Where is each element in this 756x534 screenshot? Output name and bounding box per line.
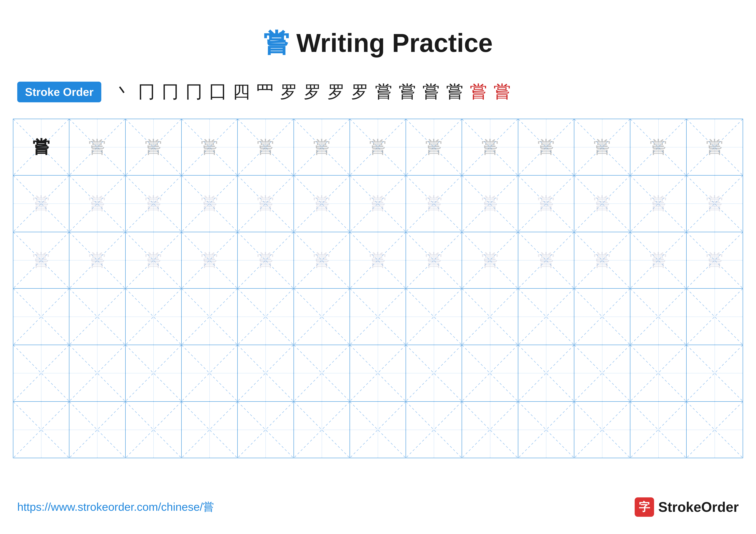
grid-cell-r6c9[interactable] bbox=[462, 402, 518, 458]
grid-cell-r5c2[interactable] bbox=[69, 345, 125, 401]
grid-cell-r2c11[interactable]: 嘗 bbox=[574, 176, 630, 232]
grid-cell-r5c13[interactable] bbox=[687, 345, 742, 401]
grid-cell-r6c3[interactable] bbox=[126, 402, 182, 458]
grid-cell-r6c11[interactable] bbox=[574, 402, 630, 458]
char-faded-light: 嘗 bbox=[425, 195, 443, 212]
grid-cell-r5c9[interactable] bbox=[462, 345, 518, 401]
grid-cell-r5c12[interactable] bbox=[630, 345, 687, 401]
svg-line-79 bbox=[14, 289, 69, 345]
grid-cell-r4c1[interactable] bbox=[14, 289, 69, 345]
grid-cell-r2c2[interactable]: 嘗 bbox=[69, 176, 125, 232]
svg-line-147 bbox=[462, 402, 518, 458]
grid-cell-r3c2[interactable]: 嘗 bbox=[69, 232, 125, 288]
grid-cell-r5c6[interactable] bbox=[294, 345, 350, 401]
char-faded: 嘗 bbox=[257, 139, 274, 156]
grid-cell-r2c4[interactable]: 嘗 bbox=[182, 176, 238, 232]
grid-cell-r5c10[interactable] bbox=[518, 345, 574, 401]
grid-cell-r4c3[interactable] bbox=[126, 289, 182, 345]
grid-cell-r1c8[interactable]: 嘗 bbox=[406, 119, 462, 175]
grid-cell-r2c10[interactable]: 嘗 bbox=[518, 176, 574, 232]
logo-text: StrokeOrder bbox=[659, 499, 739, 515]
grid-cell-r3c11[interactable]: 嘗 bbox=[574, 232, 630, 288]
grid-cell-r6c12[interactable] bbox=[630, 402, 687, 458]
grid-cell-r1c5[interactable]: 嘗 bbox=[238, 119, 294, 175]
grid-cell-r3c1[interactable]: 嘗 bbox=[14, 232, 69, 288]
grid-cell-r3c9[interactable]: 嘗 bbox=[462, 232, 518, 288]
grid-cell-r6c5[interactable] bbox=[238, 402, 294, 458]
grid-cell-r1c13[interactable]: 嘗 bbox=[687, 119, 742, 175]
grid-cell-r3c4[interactable]: 嘗 bbox=[182, 232, 238, 288]
grid-cell-r1c4[interactable]: 嘗 bbox=[182, 119, 238, 175]
grid-cell-r6c2[interactable] bbox=[69, 402, 125, 458]
char-faded: 嘗 bbox=[594, 139, 611, 156]
grid-cell-r6c10[interactable] bbox=[518, 402, 574, 458]
grid-cell-r6c1[interactable] bbox=[14, 402, 69, 458]
grid-cell-r4c8[interactable] bbox=[406, 289, 462, 345]
svg-line-100 bbox=[630, 289, 686, 345]
grid-cell-r3c10[interactable]: 嘗 bbox=[518, 232, 574, 288]
grid-cell-r3c8[interactable]: 嘗 bbox=[406, 232, 462, 288]
grid-cell-r5c1[interactable] bbox=[14, 345, 69, 401]
svg-line-127 bbox=[630, 345, 686, 401]
grid-cell-r5c3[interactable] bbox=[126, 345, 182, 401]
grid-cell-r2c13[interactable]: 嘗 bbox=[687, 176, 742, 232]
grid-cell-r2c5[interactable]: 嘗 bbox=[238, 176, 294, 232]
grid-cell-r4c4[interactable] bbox=[182, 289, 238, 345]
grid-cell-r4c13[interactable] bbox=[687, 289, 742, 345]
grid-cell-r4c7[interactable] bbox=[350, 289, 406, 345]
grid-cell-r1c7[interactable]: 嘗 bbox=[350, 119, 406, 175]
stroke-step-8: 罗 bbox=[280, 80, 297, 104]
grid-cell-r6c4[interactable] bbox=[182, 402, 238, 458]
grid-cell-r4c11[interactable] bbox=[574, 289, 630, 345]
grid-cell-r2c3[interactable]: 嘗 bbox=[126, 176, 182, 232]
grid-cell-r6c8[interactable] bbox=[406, 402, 462, 458]
grid-cell-r4c6[interactable] bbox=[294, 289, 350, 345]
grid-cell-r5c8[interactable] bbox=[406, 345, 462, 401]
logo-icon: 字 bbox=[635, 497, 654, 517]
svg-line-81 bbox=[69, 289, 125, 345]
svg-line-104 bbox=[14, 345, 69, 401]
grid-cell-r3c5[interactable]: 嘗 bbox=[238, 232, 294, 288]
grid-cell-r2c6[interactable]: 嘗 bbox=[294, 176, 350, 232]
grid-cell-r4c10[interactable] bbox=[518, 289, 574, 345]
grid-cell-r2c1[interactable]: 嘗 bbox=[14, 176, 69, 232]
grid-cell-r5c5[interactable] bbox=[238, 345, 294, 401]
grid-cell-r5c4[interactable] bbox=[182, 345, 238, 401]
footer-url[interactable]: https://www.strokeorder.com/chinese/嘗 bbox=[17, 499, 214, 515]
svg-line-105 bbox=[14, 345, 69, 401]
grid-cell-r2c9[interactable]: 嘗 bbox=[462, 176, 518, 232]
grid-cell-r2c8[interactable]: 嘗 bbox=[406, 176, 462, 232]
grid-row-6 bbox=[14, 402, 742, 458]
char-faded-light: 嘗 bbox=[369, 252, 387, 269]
grid-cell-r6c6[interactable] bbox=[294, 402, 350, 458]
grid-cell-r5c11[interactable] bbox=[574, 345, 630, 401]
grid-cell-r2c7[interactable]: 嘗 bbox=[350, 176, 406, 232]
grid-cell-r6c7[interactable] bbox=[350, 402, 406, 458]
char-faded-light: 嘗 bbox=[537, 195, 555, 212]
grid-cell-r4c2[interactable] bbox=[69, 289, 125, 345]
grid-cell-r3c7[interactable]: 嘗 bbox=[350, 232, 406, 288]
stroke-step-6: 四 bbox=[233, 80, 250, 104]
grid-cell-r1c3[interactable]: 嘗 bbox=[126, 119, 182, 175]
svg-line-111 bbox=[182, 345, 237, 401]
char-faded-light: 嘗 bbox=[33, 252, 50, 269]
grid-cell-r1c10[interactable]: 嘗 bbox=[518, 119, 574, 175]
grid-cell-r4c5[interactable] bbox=[238, 289, 294, 345]
grid-cell-r1c11[interactable]: 嘗 bbox=[574, 119, 630, 175]
grid-cell-r4c12[interactable] bbox=[630, 289, 687, 345]
grid-cell-r2c12[interactable]: 嘗 bbox=[630, 176, 687, 232]
grid-cell-r1c1[interactable]: 嘗 bbox=[14, 119, 69, 175]
stroke-step-1: 丶 bbox=[114, 80, 131, 104]
grid-cell-r3c13[interactable]: 嘗 bbox=[687, 232, 742, 288]
grid-cell-r3c12[interactable]: 嘗 bbox=[630, 232, 687, 288]
grid-cell-r6c13[interactable] bbox=[687, 402, 742, 458]
stroke-step-17: 嘗 bbox=[494, 80, 511, 104]
grid-cell-r4c9[interactable] bbox=[462, 289, 518, 345]
grid-cell-r5c7[interactable] bbox=[350, 345, 406, 401]
grid-cell-r1c2[interactable]: 嘗 bbox=[69, 119, 125, 175]
grid-cell-r1c9[interactable]: 嘗 bbox=[462, 119, 518, 175]
grid-cell-r3c3[interactable]: 嘗 bbox=[126, 232, 182, 288]
grid-cell-r1c12[interactable]: 嘗 bbox=[630, 119, 687, 175]
grid-cell-r1c6[interactable]: 嘗 bbox=[294, 119, 350, 175]
grid-cell-r3c6[interactable]: 嘗 bbox=[294, 232, 350, 288]
